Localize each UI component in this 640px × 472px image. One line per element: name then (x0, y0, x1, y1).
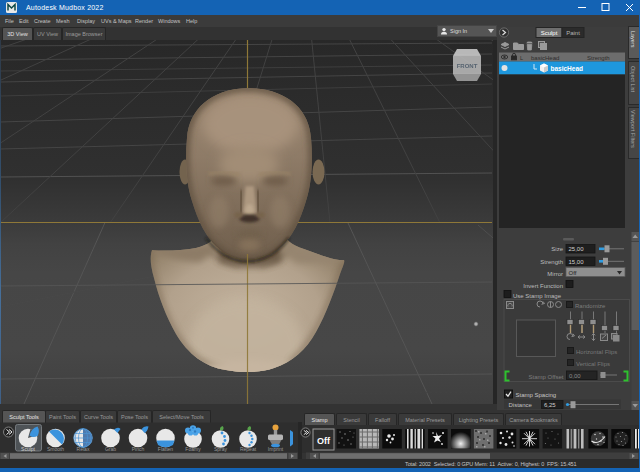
svg-text:Horizontal Flips: Horizontal Flips (576, 349, 617, 355)
svg-text:Randomize: Randomize (575, 303, 606, 309)
svg-text:Off: Off (569, 270, 577, 276)
svg-text:Spray: Spray (214, 446, 228, 452)
svg-text:Strength: Strength (587, 55, 610, 61)
svg-text:basicHead: basicHead (531, 55, 559, 61)
svg-text:Invert Function: Invert Function (523, 283, 563, 289)
svg-text:Strength: Strength (540, 259, 563, 265)
svg-text:Mirror: Mirror (547, 271, 563, 277)
svg-text:Paint: Paint (566, 30, 580, 36)
svg-text:Sculpt: Sculpt (541, 30, 558, 36)
svg-text:basicHead: basicHead (551, 65, 584, 72)
svg-text:FRONT: FRONT (457, 63, 478, 69)
svg-text:Off: Off (317, 436, 331, 446)
svg-text:Relax: Relax (77, 446, 90, 452)
svg-text:Smooth: Smooth (47, 446, 64, 452)
svg-text:Distance: Distance (509, 402, 533, 408)
svg-text:Stamp Spacing: Stamp Spacing (516, 392, 557, 398)
svg-text:Grab: Grab (105, 446, 116, 452)
svg-text:Stamp Offset: Stamp Offset (529, 374, 564, 380)
svg-text:Flatten: Flatten (158, 446, 174, 452)
svg-text:15,00: 15,00 (569, 259, 585, 265)
svg-text:Sculpt: Sculpt (21, 446, 36, 452)
svg-text:0,00: 0,00 (569, 373, 581, 379)
svg-text:Foamy: Foamy (185, 446, 201, 452)
svg-text:L: L (520, 55, 523, 61)
svg-text:6,25: 6,25 (544, 402, 556, 408)
svg-text:Size: Size (551, 246, 563, 252)
svg-text:25,00: 25,00 (569, 246, 585, 252)
svg-text:Use Stamp Image: Use Stamp Image (513, 293, 562, 299)
svg-text:Imprint: Imprint (268, 446, 284, 452)
svg-text:Repeat: Repeat (240, 446, 257, 452)
svg-text:Pinch: Pinch (132, 446, 145, 452)
svg-text:Vertical Flips: Vertical Flips (576, 361, 610, 367)
